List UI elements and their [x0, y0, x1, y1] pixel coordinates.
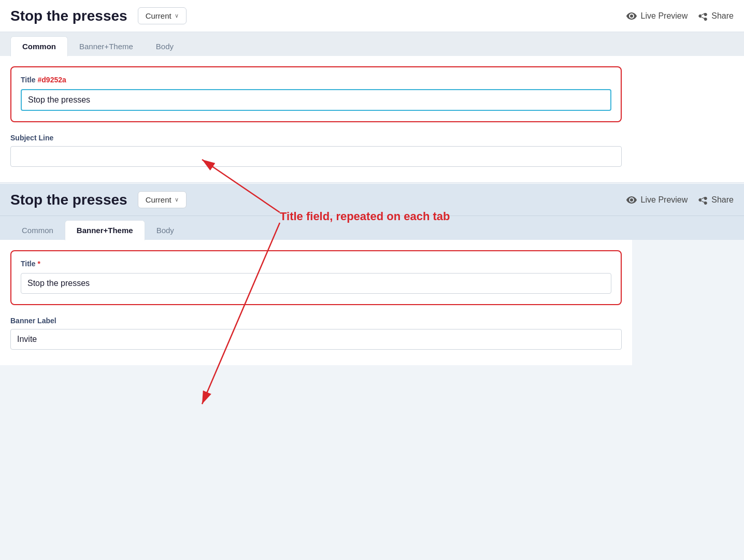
bottom-tab-banner-theme[interactable]: Banner+Theme — [65, 220, 145, 240]
top-title-label: Title #d9252a — [21, 76, 611, 84]
top-page-title: Stop the presses — [10, 8, 127, 24]
bottom-share-icon — [698, 195, 707, 205]
bottom-page-title: Stop the presses — [10, 192, 127, 208]
top-current-button[interactable]: Current ∨ — [138, 7, 187, 24]
bottom-banner-label-section: Banner Label — [10, 317, 622, 350]
bottom-form-area: Title * Banner Label — [0, 240, 632, 365]
top-share-button[interactable]: Share — [698, 11, 734, 21]
top-title-input[interactable] — [21, 89, 611, 111]
bottom-share-button[interactable]: Share — [698, 195, 734, 205]
bottom-share-label: Share — [711, 195, 734, 205]
top-title-section: Title #d9252a — [10, 66, 622, 122]
bottom-current-button[interactable]: Current ∨ — [138, 191, 187, 208]
top-share-label: Share — [711, 11, 734, 21]
top-tabs-bar: Common Banner+Theme Body — [0, 32, 744, 56]
top-live-preview-button[interactable]: Live Preview — [626, 11, 688, 21]
bottom-title-required-star: * — [38, 260, 40, 268]
bottom-live-preview-label: Live Preview — [641, 195, 688, 205]
eye-icon — [626, 12, 637, 20]
top-subject-label: Subject Line — [10, 134, 622, 142]
bottom-title-input[interactable] — [21, 273, 611, 294]
bottom-current-label: Current — [146, 195, 171, 204]
top-form-area: Title #d9252a Subject Line — [0, 56, 632, 182]
bottom-header-actions: Live Preview Share — [626, 195, 734, 205]
bottom-tab-body[interactable]: Body — [145, 221, 185, 240]
top-title-required-star: #d9252a — [38, 76, 66, 84]
bottom-tabs-bar: Common Banner+Theme Body — [0, 216, 744, 240]
bottom-header: Stop the presses Current ∨ Live Preview … — [0, 184, 744, 216]
bottom-title-section: Title * — [10, 250, 622, 305]
top-current-label: Current — [146, 11, 171, 20]
bottom-title-label: Title * — [21, 260, 611, 268]
top-chevron-icon: ∨ — [175, 12, 179, 19]
top-header: Stop the presses Current ∨ Live Preview — [0, 0, 744, 32]
top-subject-section: Subject Line — [10, 134, 622, 167]
bottom-chevron-icon: ∨ — [175, 196, 179, 203]
top-subject-input[interactable] — [10, 146, 622, 167]
top-tab-body[interactable]: Body — [145, 37, 185, 56]
top-tab-banner-theme[interactable]: Banner+Theme — [68, 37, 145, 56]
bottom-banner-label: Banner Label — [10, 317, 622, 325]
top-live-preview-label: Live Preview — [641, 11, 688, 21]
bottom-eye-icon — [626, 196, 637, 204]
share-icon — [698, 11, 707, 21]
bottom-live-preview-button[interactable]: Live Preview — [626, 195, 688, 205]
bottom-banner-input[interactable] — [10, 329, 622, 350]
top-tab-common[interactable]: Common — [10, 36, 68, 56]
top-header-actions: Live Preview Share — [626, 11, 734, 21]
bottom-wrapper: Stop the presses Current ∨ Live Preview … — [0, 184, 744, 365]
bottom-tab-common[interactable]: Common — [10, 221, 65, 240]
